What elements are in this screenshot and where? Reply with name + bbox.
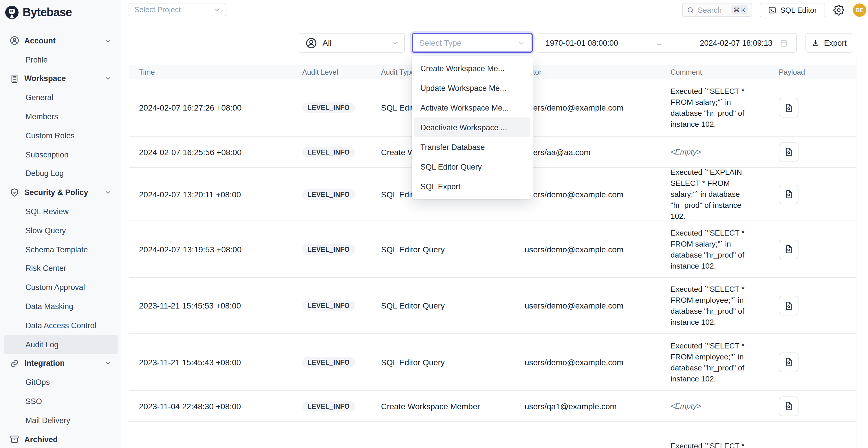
sidebar-item-sso[interactable]: SSO: [2, 392, 120, 411]
audit-level-cell: LEVEL_INFO: [302, 422, 355, 448]
comment-cell: Executed `"SELECT * FROM salary;"` in da…: [671, 221, 747, 277]
column-header-audit-type: Audit Type: [381, 65, 415, 79]
audit-level-cell: LEVEL_INFO: [302, 137, 355, 167]
type-menu-item-deactivate-workspace[interactable]: Deactivate Workspace ...: [414, 118, 530, 137]
payload-button[interactable]: [779, 142, 799, 162]
payload-button[interactable]: [779, 98, 799, 118]
sidebar-item-mail-delivery[interactable]: Mail Delivery: [2, 411, 120, 430]
audit-level-cell: LEVEL_INFO: [302, 334, 355, 390]
sidebar-item-sql-review[interactable]: SQL Review: [2, 202, 120, 221]
payload-button[interactable]: [779, 184, 799, 204]
sidebar-item-label: Profile: [26, 55, 48, 64]
sidebar-item-label: Custom Approval: [26, 283, 85, 292]
type-menu-item-activate-workspace-me[interactable]: Activate Workspace Me...: [414, 98, 530, 118]
gear-icon[interactable]: [833, 5, 844, 15]
type-menu-item-update-workspace-me[interactable]: Update Workspace Me...: [414, 78, 530, 98]
audit-type-cell: SQL Editor Query: [381, 278, 445, 333]
sidebar-item-schema-template[interactable]: Schema Template: [2, 240, 120, 259]
search-placeholder: Search: [698, 5, 721, 14]
type-filter-menu: Create Workspace Me...Update Workspace M…: [412, 56, 533, 199]
chevron-down-icon: [518, 39, 525, 46]
sql-editor-button[interactable]: SQL Editor: [760, 3, 825, 18]
project-select-placeholder: Select Project: [134, 5, 181, 14]
sidebar-item-label: Risk Center: [26, 264, 66, 273]
actor-filter-select[interactable]: All: [299, 33, 405, 53]
search-shortcut-badge: ⌘ K: [731, 5, 748, 14]
project-select[interactable]: Select Project: [129, 3, 226, 16]
payload-button[interactable]: [779, 296, 799, 315]
payload-button[interactable]: [779, 396, 799, 416]
column-header-comment: Comment: [671, 65, 702, 79]
type-menu-item-transfer-database[interactable]: Transfer Database: [414, 137, 530, 157]
sidebar-item-risk-center[interactable]: Risk Center: [2, 259, 120, 278]
comment-cell: Executed `"SELECT * FROM employee;"` in …: [671, 278, 747, 333]
sidebar-item-label: Data Masking: [26, 302, 73, 311]
sidebar-item-gitops[interactable]: GitOps: [2, 373, 120, 392]
chevron-down-icon: [391, 39, 398, 46]
type-menu-item-create-workspace-me[interactable]: Create Workspace Me...: [414, 59, 530, 78]
chevron-down-icon: [104, 37, 112, 44]
sidebar-item-workspace[interactable]: Workspace: [2, 69, 120, 88]
sidebar-item-profile[interactable]: Profile: [2, 50, 120, 69]
payload-cell: [779, 79, 799, 136]
sidebar-item-label: Slow Query: [26, 226, 66, 235]
type-menu-item-sql-editor-query[interactable]: SQL Editor Query: [414, 157, 530, 177]
table-row: 2023-11-04 01:06:24 +08:00LEVEL_INFOSQL …: [129, 422, 856, 448]
audit-level-badge: LEVEL_INFO: [302, 401, 355, 411]
chevron-down-icon: [104, 189, 112, 196]
sidebar-item-archived[interactable]: Archived: [2, 430, 120, 448]
audit-type-cell: SQL Editor Query: [381, 334, 445, 390]
sidebar-item-data-access-control[interactable]: Data Access Control: [2, 316, 120, 335]
chevron-down-icon: [104, 360, 112, 367]
sidebar-item-account[interactable]: Account: [2, 31, 120, 50]
audit-level-badge: LEVEL_INFO: [302, 357, 355, 367]
payload-cell: [779, 422, 799, 448]
actor-cell: users/demo@example.com: [525, 422, 623, 448]
audit-level-cell: LEVEL_INFO: [302, 391, 355, 421]
sidebar-item-subscription[interactable]: Subscription: [2, 145, 120, 164]
sidebar-item-slow-query[interactable]: Slow Query: [2, 221, 120, 240]
sidebar-item-audit-log[interactable]: Audit Log: [4, 335, 118, 354]
type-filter-select[interactable]: Select Type: [412, 33, 533, 53]
sidebar-item-custom-roles[interactable]: Custom Roles: [2, 126, 120, 145]
sidebar-item-security-policy[interactable]: Security & Policy: [2, 183, 120, 202]
time-cell: 2024-02-07 13:19:53 +08:00: [139, 221, 242, 277]
audit-level-badge: LEVEL_INFO: [302, 189, 355, 199]
sidebar-item-label: General: [26, 94, 53, 102]
payload-cell: [779, 137, 799, 167]
payload-cell: [779, 278, 799, 333]
sidebar-item-members[interactable]: Members: [2, 107, 120, 126]
search-input[interactable]: Search ⌘ K: [682, 3, 752, 17]
time-cell: 2023-11-04 22:48:30 +08:00: [139, 391, 241, 421]
archive-icon: [9, 434, 20, 445]
sidebar-item-integration[interactable]: Integration: [2, 354, 120, 373]
time-cell: 2024-02-07 16:27:26 +08:00: [139, 79, 242, 136]
sidebar-item-debug-log[interactable]: Debug Log: [2, 164, 120, 183]
table-row: 2023-11-21 15:45:53 +08:00LEVEL_INFOSQL …: [129, 278, 856, 334]
date-range-picker[interactable]: 1970-01-01 08:00:00 → 2024-02-07 18:09:1…: [537, 33, 797, 53]
payload-button[interactable]: [779, 352, 799, 372]
file-search-icon: [784, 147, 794, 157]
type-menu-item-sql-export[interactable]: SQL Export: [414, 177, 530, 196]
sidebar-item-custom-approval[interactable]: Custom Approval: [2, 278, 120, 297]
sidebar-item-label: Debug Log: [26, 169, 64, 178]
audit-type-cell: SQL Editor Query: [381, 221, 445, 277]
export-button[interactable]: Export: [805, 33, 852, 53]
sidebar-item-general[interactable]: General: [2, 88, 120, 107]
table-row: 2024-02-07 13:19:53 +08:00LEVEL_INFOSQL …: [129, 221, 856, 278]
sidebar-item-label: Schema Template: [26, 245, 88, 254]
actor-cell: users/demo@example.com: [525, 334, 623, 390]
audit-level-cell: LEVEL_INFO: [302, 278, 355, 333]
audit-level-badge: LEVEL_INFO: [302, 300, 355, 311]
sidebar-item-label: Data Access Control: [26, 321, 96, 330]
payload-button[interactable]: [779, 239, 799, 259]
audit-level-cell: LEVEL_INFO: [302, 79, 355, 136]
avatar[interactable]: DE: [853, 3, 866, 17]
sidebar-item-label: Mail Delivery: [26, 416, 70, 425]
table-row: 2023-11-04 22:48:30 +08:00LEVEL_INFOCrea…: [129, 391, 856, 422]
actor-cell: users/demo@example.com: [525, 168, 623, 221]
time-cell: 2023-11-21 15:45:53 +08:00: [139, 278, 241, 333]
time-cell: 2024-02-07 13:20:11 +08:00: [139, 168, 241, 221]
content-right-border: [856, 58, 857, 448]
sidebar-item-data-masking[interactable]: Data Masking: [2, 297, 120, 316]
